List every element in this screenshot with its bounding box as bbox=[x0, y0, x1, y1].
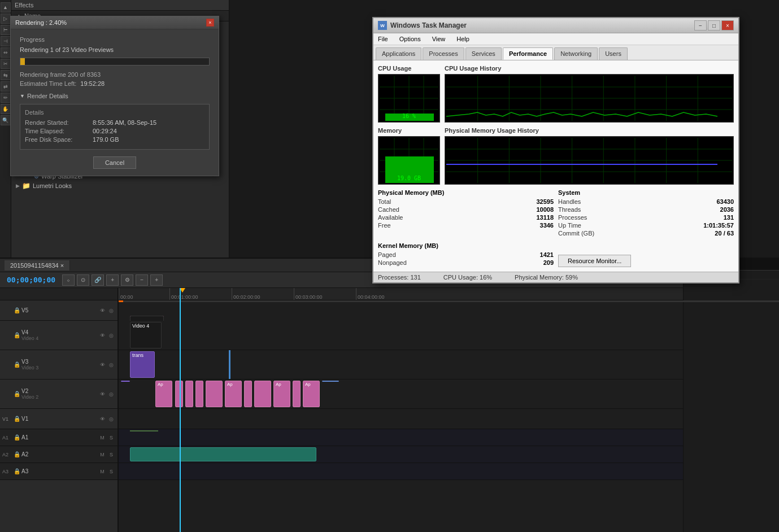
clip-a2-audio[interactable] bbox=[130, 447, 316, 461]
effects-item-lumetri-looks[interactable]: ▶📁Lumetri Looks bbox=[11, 181, 229, 191]
tab-users[interactable]: Users bbox=[599, 47, 628, 60]
track-lock-a3[interactable]: 🔒 bbox=[14, 468, 20, 474]
pen-tool[interactable]: ✏ bbox=[1, 93, 11, 103]
render-details-label: Render Details bbox=[27, 93, 68, 99]
task-manager-window: W Windows Task Manager − □ × File Option… bbox=[372, 17, 739, 284]
tab-services[interactable]: Services bbox=[465, 47, 502, 60]
sys-threads-val: 2036 bbox=[694, 206, 734, 213]
hand-tool[interactable]: ✋ bbox=[1, 104, 11, 114]
track-mute-a2[interactable]: M bbox=[98, 451, 106, 459]
tm-close-button[interactable]: × bbox=[721, 20, 734, 30]
clip-trans[interactable]: trans bbox=[130, 351, 155, 378]
clip-a1-hatch[interactable] bbox=[130, 430, 158, 431]
memory-history-display bbox=[446, 138, 732, 183]
tm-menu-help[interactable]: Help bbox=[454, 34, 472, 43]
clip-v2-purple[interactable] bbox=[121, 381, 130, 382]
cpu-usage-title: CPU Usage bbox=[378, 65, 440, 72]
track-name-v1: V1 bbox=[21, 416, 98, 422]
track-eye-v4[interactable]: 👁 bbox=[98, 332, 106, 339]
tl-link-btn[interactable]: 🔗 bbox=[92, 274, 104, 286]
tl-snap-btn[interactable]: ⊙ bbox=[77, 274, 89, 286]
selection-tool[interactable]: ▲ bbox=[1, 2, 11, 12]
tab-processes[interactable]: Processes bbox=[423, 47, 464, 60]
track-mute-a3[interactable]: M bbox=[98, 468, 106, 476]
track-eye-v5[interactable]: 👁 bbox=[98, 307, 106, 315]
track-solo-a3[interactable]: S bbox=[107, 468, 115, 476]
tl-zoom-out-btn[interactable]: − bbox=[136, 274, 148, 286]
sys-processes-key: Processes bbox=[558, 214, 587, 221]
track-num-a1: A1 bbox=[2, 435, 14, 441]
clip-v2-ap7[interactable]: Ap bbox=[273, 381, 290, 407]
render-started-row: Render Started: 8:55:36 AM, 08-Sep-15 bbox=[25, 119, 204, 126]
tl-zoom-in-btn[interactable]: + bbox=[150, 274, 163, 286]
track-eye-v1[interactable]: 👁 bbox=[98, 415, 106, 423]
clip-v2-ap9[interactable]: Ap bbox=[303, 381, 320, 407]
track-lock-v2[interactable]: 🔒 bbox=[14, 391, 20, 397]
track-eye-v2[interactable]: 👁 bbox=[98, 390, 106, 398]
tm-maximize-button[interactable]: □ bbox=[708, 20, 720, 30]
clip-v2-blue[interactable] bbox=[322, 381, 339, 382]
track-lock-a1[interactable]: 🔒 bbox=[14, 434, 20, 441]
tl-add-track-btn[interactable]: + bbox=[106, 274, 119, 286]
track-lock-v1[interactable]: 🔒 bbox=[14, 416, 20, 422]
clip-v2-ap1[interactable]: Ap bbox=[155, 381, 172, 407]
resource-monitor-button[interactable]: Resource Monitor... bbox=[558, 255, 631, 267]
progress-bar-fill bbox=[20, 58, 25, 65]
clip-v2-ap4[interactable] bbox=[195, 381, 203, 407]
tl-settings-btn[interactable]: ⚙ bbox=[121, 274, 133, 286]
track-eye-v3[interactable]: 👁 bbox=[98, 361, 106, 369]
timeline-tab[interactable]: 20150941154834 × bbox=[5, 260, 70, 271]
rolling-edit-tool[interactable]: ⊣ bbox=[1, 36, 11, 46]
tab-networking[interactable]: Networking bbox=[554, 47, 598, 60]
tm-menu-view[interactable]: View bbox=[430, 34, 448, 43]
track-select-tool[interactable]: ▷ bbox=[1, 14, 11, 24]
cancel-button[interactable]: Cancel bbox=[93, 156, 136, 169]
zoom-tool[interactable]: 🔍 bbox=[1, 115, 11, 125]
razor-tool[interactable]: ✂ bbox=[1, 59, 11, 69]
track-lock-a2[interactable]: 🔒 bbox=[14, 451, 20, 457]
tm-window-icon: W bbox=[378, 21, 387, 30]
track-solo-a1[interactable]: S bbox=[107, 434, 115, 442]
clip-v4-1[interactable]: Video 4 bbox=[130, 322, 162, 348]
slip-tool[interactable]: ⇆ bbox=[1, 70, 11, 80]
tab-applications[interactable]: Applications bbox=[376, 47, 421, 60]
clip-v2-thumb2[interactable] bbox=[254, 381, 271, 407]
timeline-area: 20150941154834 × 00;00;00;00 ⬦ ⊙ 🔗 + ⚙ −… bbox=[0, 258, 779, 532]
render-dialog-close-button[interactable]: × bbox=[206, 19, 214, 27]
track-row-a1 bbox=[119, 429, 779, 446]
track-lock-v4[interactable]: 🔒 bbox=[14, 332, 20, 338]
sys-uptime-key: Up Time bbox=[558, 222, 581, 229]
track-labels-ruler-spacer bbox=[0, 288, 117, 300]
track-target-v2[interactable]: ◎ bbox=[107, 390, 115, 398]
track-target-v4[interactable]: ◎ bbox=[107, 332, 115, 339]
km-paged-val: 1421 bbox=[514, 251, 554, 258]
tm-menu-options[interactable]: Options bbox=[397, 34, 423, 43]
tl-add-marker-btn[interactable]: ⬦ bbox=[62, 274, 75, 286]
ruler-tick-2: 00:02:00:00 bbox=[232, 288, 260, 300]
clip-v2-ap3[interactable] bbox=[185, 381, 193, 407]
sys-processes-row: Processes 131 bbox=[558, 214, 734, 221]
clip-v2-ap6[interactable] bbox=[244, 381, 252, 407]
track-lock-v5[interactable]: 🔒 bbox=[14, 307, 20, 313]
slide-tool[interactable]: ⇄ bbox=[1, 81, 11, 91]
track-solo-a2[interactable]: S bbox=[107, 451, 115, 459]
cpu-history-display bbox=[446, 76, 732, 121]
tm-minimize-button[interactable]: − bbox=[694, 20, 707, 30]
track-mute-a1[interactable]: M bbox=[98, 434, 106, 442]
render-details-toggle[interactable]: ▼ Render Details bbox=[20, 93, 210, 99]
pm-total-val: 32595 bbox=[514, 198, 554, 205]
track-target-v3[interactable]: ◎ bbox=[107, 361, 115, 369]
tab-performance[interactable]: Performance bbox=[503, 47, 553, 60]
time-elapsed-row: Time Elapsed: 00:29:24 bbox=[25, 128, 204, 134]
rate-stretch-tool[interactable]: ⇔ bbox=[1, 47, 11, 58]
ripple-edit-tool[interactable]: ⊢ bbox=[1, 25, 11, 35]
clip-v2-ap2[interactable] bbox=[175, 381, 183, 407]
clip-v2-ap8[interactable] bbox=[293, 381, 301, 407]
clip-v2-ap5[interactable]: Ap bbox=[225, 381, 242, 407]
clip-v2-thumb1[interactable] bbox=[206, 381, 223, 407]
track-lock-v3[interactable]: 🔒 bbox=[14, 361, 20, 368]
tm-menu-file[interactable]: File bbox=[376, 34, 390, 43]
track-target-v5[interactable]: ◎ bbox=[107, 307, 115, 315]
time-left-label: Estimated Time Left: bbox=[20, 80, 76, 87]
track-target-v1[interactable]: ◎ bbox=[107, 415, 115, 423]
